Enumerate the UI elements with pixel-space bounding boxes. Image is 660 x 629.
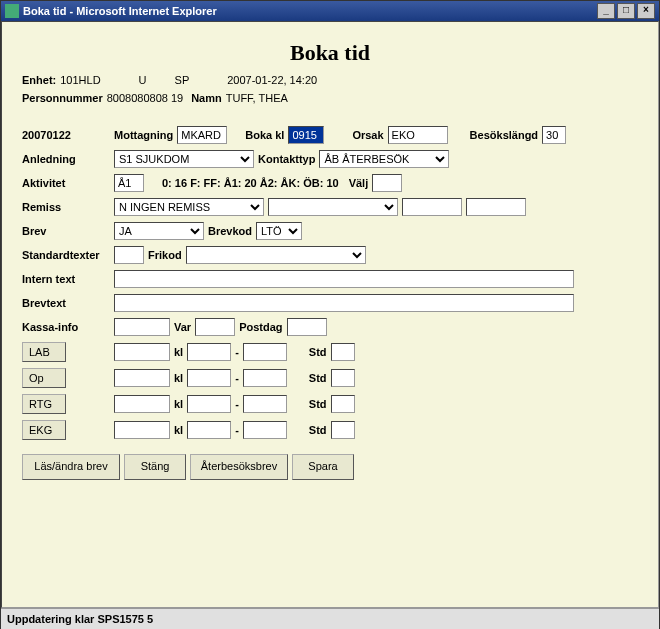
remiss-select[interactable]: N INGEN REMISS: [114, 198, 264, 216]
aktivitet-codes: 0: 16 F: FF: Å1: 20 Å2: ÅK: ÖB: 10: [162, 177, 339, 189]
pnr-label: Personnummer: [22, 92, 103, 104]
exam-button[interactable]: RTG: [22, 394, 66, 414]
exam-row: EKGkl-Std: [22, 420, 638, 440]
bokakl-label: Boka kl: [245, 129, 284, 141]
frikod-select[interactable]: [186, 246, 366, 264]
remiss-label: Remiss: [22, 201, 110, 213]
kassa-input[interactable]: [114, 318, 170, 336]
enhet-value: 101HLD: [60, 74, 100, 86]
exam-std[interactable]: [331, 421, 355, 439]
exam-button[interactable]: EKG: [22, 420, 66, 440]
patient-row: Personnummer 8008080808 19 Namn TUFF, TH…: [22, 92, 638, 104]
standard-input[interactable]: [114, 246, 144, 264]
brev-row: Brev JA Brevkod LTÖ: [22, 222, 638, 240]
exam-kl2[interactable]: [243, 421, 287, 439]
stang-button[interactable]: Stäng: [124, 454, 186, 480]
window-title: Boka tid - Microsoft Internet Explorer: [23, 5, 217, 17]
brevkod-label: Brevkod: [208, 225, 252, 237]
exam-kl1[interactable]: [187, 369, 231, 387]
remiss-select2[interactable]: [268, 198, 398, 216]
kassa-label: Kassa-info: [22, 321, 110, 333]
kontakttyp-select[interactable]: ÅB ÅTERBESÖK: [319, 150, 449, 168]
kl-label: kl: [174, 372, 183, 384]
remiss-input1[interactable]: [402, 198, 462, 216]
exam-input1[interactable]: [114, 343, 170, 361]
exam-input1[interactable]: [114, 369, 170, 387]
header-row: Enhet: 101HLD U SP 2007-01-22, 14:20: [22, 74, 638, 86]
exam-row: RTGkl-Std: [22, 394, 638, 414]
postdag-input[interactable]: [287, 318, 327, 336]
besokslangd-label: Besökslängd: [470, 129, 538, 141]
mottagning-label: Mottagning: [114, 129, 173, 141]
brevtext-label: Brevtext: [22, 297, 110, 309]
exam-input1[interactable]: [114, 395, 170, 413]
brevkod-select[interactable]: LTÖ: [256, 222, 302, 240]
exam-std[interactable]: [331, 343, 355, 361]
exam-kl2[interactable]: [243, 369, 287, 387]
std-label: Std: [309, 372, 327, 384]
anledning-label: Anledning: [22, 153, 110, 165]
anledning-select[interactable]: S1 SJUKDOM: [114, 150, 254, 168]
intern-input[interactable]: [114, 270, 574, 288]
standard-row: Standardtexter Frikod: [22, 246, 638, 264]
besokslangd-input[interactable]: [542, 126, 566, 144]
exam-input1[interactable]: [114, 421, 170, 439]
remiss-input2[interactable]: [466, 198, 526, 216]
name-value: TUFF, THEA: [226, 92, 288, 104]
frikod-label: Frikod: [148, 249, 182, 261]
pnr-value: 8008080808 19: [107, 92, 183, 104]
page-title: Boka tid: [22, 40, 638, 66]
anledning-row: Anledning S1 SJUKDOM Kontakttyp ÅB ÅTERB…: [22, 150, 638, 168]
exam-kl1[interactable]: [187, 395, 231, 413]
kl-label: kl: [174, 398, 183, 410]
spara-button[interactable]: Spara: [292, 454, 354, 480]
exam-kl2[interactable]: [243, 343, 287, 361]
aktivitet-label: Aktivitet: [22, 177, 110, 189]
button-bar: Läs/ändra brev Stäng Återbesöksbrev Spar…: [22, 454, 638, 480]
var-input[interactable]: [195, 318, 235, 336]
std-label: Std: [309, 424, 327, 436]
aktivitet-row: Aktivitet 0: 16 F: FF: Å1: 20 Å2: ÅK: ÖB…: [22, 174, 638, 192]
minimize-button[interactable]: _: [597, 3, 615, 19]
intern-row: Intern text: [22, 270, 638, 288]
exam-std[interactable]: [331, 369, 355, 387]
valj-input[interactable]: [372, 174, 402, 192]
var-label: Var: [174, 321, 191, 333]
maximize-button[interactable]: □: [617, 3, 635, 19]
mottagning-input[interactable]: [177, 126, 227, 144]
remiss-row: Remiss N INGEN REMISS: [22, 198, 638, 216]
exam-kl1[interactable]: [187, 421, 231, 439]
kontakttyp-label: Kontakttyp: [258, 153, 315, 165]
exam-row: LABkl-Std: [22, 342, 638, 362]
las-button[interactable]: Läs/ändra brev: [22, 454, 120, 480]
exam-kl1[interactable]: [187, 343, 231, 361]
exam-kl2[interactable]: [243, 395, 287, 413]
exam-std[interactable]: [331, 395, 355, 413]
statusbar: Uppdatering klar SPS1575 5: [1, 608, 659, 629]
status-text: Uppdatering klar SPS1575 5: [7, 613, 153, 625]
brev-label: Brev: [22, 225, 110, 237]
orsak-label: Orsak: [352, 129, 383, 141]
ater-button[interactable]: Återbesöksbrev: [190, 454, 288, 480]
kassa-row: Kassa-info Var Postdag: [22, 318, 638, 336]
brev-select[interactable]: JA: [114, 222, 204, 240]
content: Boka tid Enhet: 101HLD U SP 2007-01-22, …: [1, 21, 659, 608]
std-label: Std: [309, 346, 327, 358]
exam-row: Opkl-Std: [22, 368, 638, 388]
brevtext-input[interactable]: [114, 294, 574, 312]
postdag-label: Postdag: [239, 321, 282, 333]
exam-button[interactable]: Op: [22, 368, 66, 388]
name-label: Namn: [191, 92, 222, 104]
bokakl-input[interactable]: [288, 126, 324, 144]
kl-label: kl: [174, 346, 183, 358]
brevtext-row: Brevtext: [22, 294, 638, 312]
ie-icon: [5, 4, 19, 18]
titlebar: Boka tid - Microsoft Internet Explorer _…: [1, 1, 659, 21]
standard-label: Standardtexter: [22, 249, 110, 261]
header-sp: SP: [175, 74, 190, 86]
exam-button[interactable]: LAB: [22, 342, 66, 362]
aktivitet-input[interactable]: [114, 174, 144, 192]
orsak-input[interactable]: [388, 126, 448, 144]
date-label: 20070122: [22, 129, 110, 141]
close-button[interactable]: ×: [637, 3, 655, 19]
